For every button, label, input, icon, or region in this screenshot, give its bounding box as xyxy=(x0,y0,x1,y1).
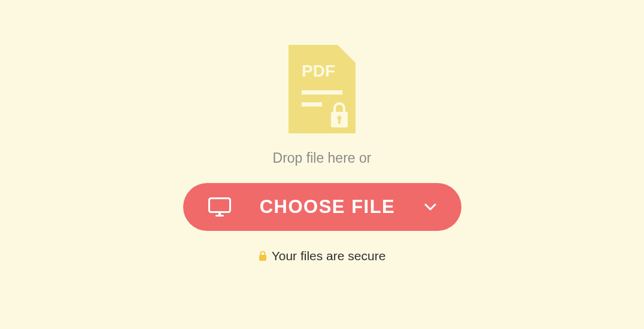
pdf-label-text: PDF xyxy=(302,62,335,80)
chevron-down-icon xyxy=(424,203,436,211)
drop-file-prompt: Drop file here or xyxy=(273,150,372,166)
pdf-file-icon: PDF xyxy=(288,45,356,133)
computer-icon xyxy=(208,197,231,217)
svg-rect-8 xyxy=(259,255,266,261)
svg-rect-4 xyxy=(338,118,341,124)
choose-file-button[interactable]: CHOOSE FILE xyxy=(183,183,461,231)
svg-rect-0 xyxy=(302,90,342,95)
lock-icon xyxy=(259,251,267,261)
security-message-row: Your files are secure xyxy=(259,249,386,263)
svg-rect-7 xyxy=(218,212,221,215)
choose-file-label: CHOOSE FILE xyxy=(231,196,424,218)
security-message-text: Your files are secure xyxy=(272,249,386,263)
svg-rect-5 xyxy=(209,199,230,212)
svg-rect-1 xyxy=(302,102,322,106)
